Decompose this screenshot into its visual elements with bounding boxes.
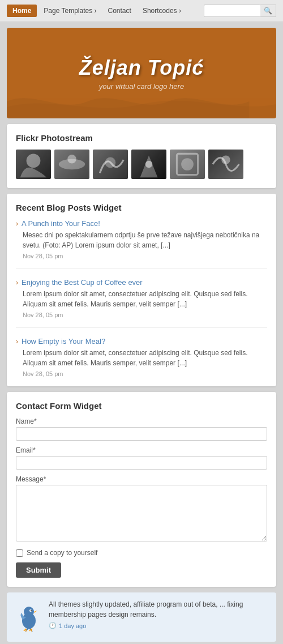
footer-widget: All themes slightly updated, affiliate p… [7, 592, 276, 642]
blog-post-2-title[interactable]: Enjoying the Best Cup of Coffee ever [22, 278, 143, 287]
nav-home-button[interactable]: Home [7, 5, 37, 17]
blog-post-1-excerpt: Mesec dni po spektakularnem odprtju še p… [16, 230, 267, 250]
nav-bar: Home Page Templates › Contact Shortcodes… [0, 0, 283, 22]
blog-post-2: › Enjoying the Best Cup of Coffee ever L… [16, 278, 267, 328]
svg-point-9 [24, 607, 34, 617]
flickr-photo-3[interactable] [93, 150, 128, 179]
flickr-photo-1[interactable] [16, 150, 51, 179]
copy-label: Send a copy to yourself [27, 549, 97, 557]
checkbox-row: Send a copy to yourself [16, 549, 267, 557]
name-input[interactable] [16, 427, 267, 441]
svg-point-2 [67, 155, 76, 164]
blog-arrow-2: › [16, 279, 18, 287]
blog-post-2-excerpt: Lorem ipsum dolor sit amet, consectetuer… [16, 289, 267, 309]
email-group: Email* [16, 446, 267, 470]
copy-checkbox[interactable] [16, 549, 23, 557]
svg-point-7 [221, 156, 230, 165]
flickr-title: Flickr Photostream [16, 133, 267, 143]
blog-post-1-title[interactable]: A Punch into Your Face! [22, 219, 100, 228]
blog-post-1-date: Nov 28, 05 pm [16, 253, 267, 259]
search-button[interactable]: 🔍 [260, 5, 276, 17]
blog-post-3-header: › How Empty is Your Meal? [16, 337, 267, 346]
footer-text-container: All themes slightly updated, affiliate p… [49, 599, 268, 629]
nav-shortcodes[interactable]: Shortcodes › [138, 5, 186, 17]
footer-time: 🕐 1 day ago [49, 622, 268, 629]
name-group: Name* [16, 417, 267, 441]
blog-post-1: › A Punch into Your Face! Mesec dni po s… [16, 219, 267, 269]
submit-button[interactable]: Submit [16, 562, 61, 578]
svg-point-11 [31, 610, 32, 611]
blog-arrow-3: › [16, 338, 18, 346]
hero-title: Željan Topić [79, 56, 204, 80]
svg-point-4 [145, 161, 152, 168]
bird-icon [15, 599, 43, 635]
nav-page-templates[interactable]: Page Templates › [39, 5, 101, 17]
flickr-photo-4[interactable] [131, 150, 166, 179]
blog-post-3-date: Nov 28, 05 pm [16, 370, 267, 377]
flickr-section: Flickr Photostream [7, 124, 276, 188]
blog-section-title: Recent Blog Posts Widget [16, 203, 267, 212]
hero-banner: Željan Topić your virtual card logo here [7, 28, 276, 118]
blog-post-2-header: › Enjoying the Best Cup of Coffee ever [16, 278, 267, 287]
svg-point-3 [105, 157, 116, 168]
svg-point-0 [27, 153, 41, 168]
message-group: Message* [16, 475, 267, 543]
blog-post-2-date: Nov 28, 05 pm [16, 312, 267, 318]
clock-icon: 🕐 [49, 622, 57, 629]
flickr-photo-6[interactable] [208, 150, 243, 179]
nav-search: 🔍 [204, 5, 276, 17]
blog-post-3: › How Empty is Your Meal? Lorem ipsum do… [16, 337, 267, 377]
search-input[interactable] [204, 5, 260, 17]
message-label: Message* [16, 475, 267, 483]
nav-contact[interactable]: Contact [104, 5, 136, 17]
hero-subtitle: your virtual card logo here [99, 82, 184, 91]
email-input[interactable] [16, 456, 267, 470]
contact-form-section: Contact Form Widget Name* Email* Message… [7, 392, 276, 587]
blog-post-1-header: › A Punch into Your Face! [16, 219, 267, 228]
name-label: Name* [16, 417, 267, 425]
message-textarea[interactable] [16, 485, 267, 541]
flickr-photo-2[interactable] [54, 150, 89, 179]
blog-post-3-excerpt: Lorem ipsum dolor sit amet, consectetuer… [16, 348, 267, 368]
svg-point-6 [181, 158, 194, 170]
footer-time-link[interactable]: 1 day ago [59, 622, 86, 629]
email-label: Email* [16, 446, 267, 454]
contact-form-title: Contact Form Widget [16, 401, 267, 411]
blog-arrow-1: › [16, 220, 18, 228]
footer-text: All themes slightly updated, affiliate p… [49, 599, 268, 620]
blog-section: Recent Blog Posts Widget › A Punch into … [7, 194, 276, 386]
blog-post-3-title[interactable]: How Empty is Your Meal? [22, 337, 105, 346]
flickr-photo-5[interactable] [170, 150, 205, 179]
flickr-photos [16, 150, 267, 179]
